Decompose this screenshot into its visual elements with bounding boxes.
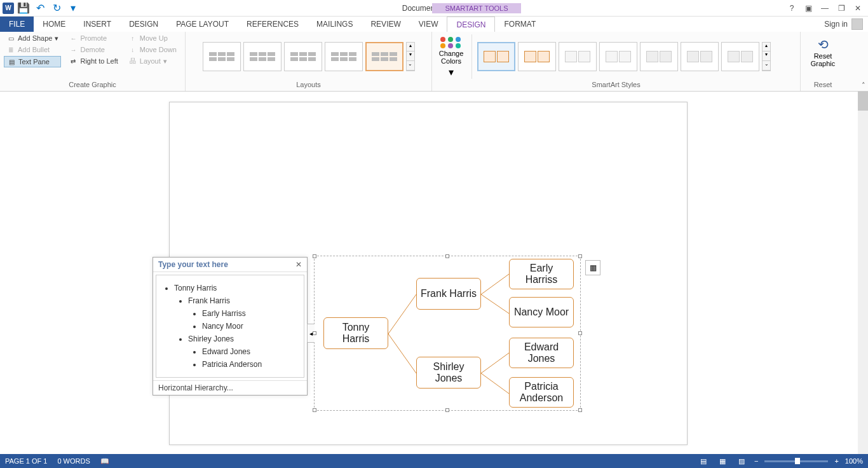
tab-view[interactable]: VIEW [410, 17, 447, 32]
move-up-button[interactable]: ↑Move Up [126, 33, 179, 43]
zoom-level[interactable]: 100% [845, 457, 863, 465]
svg-line-5 [481, 373, 509, 394]
layout-thumb-4[interactable] [325, 42, 363, 71]
svg-line-2 [481, 274, 509, 294]
add-shape-button[interactable]: ▭Add Shape▾ [4, 33, 61, 43]
scrollbar-thumb[interactable] [858, 92, 868, 111]
collapse-ribbon-button[interactable]: ˄ [862, 81, 865, 90]
gallery-more-icon[interactable]: ⌄ [763, 61, 770, 71]
textpane-item[interactable]: Nancy Moor [202, 320, 297, 333]
sa-node-l3a[interactable]: Early Harriss [509, 259, 574, 289]
svg-line-1 [388, 334, 416, 373]
resize-handle[interactable] [578, 331, 582, 335]
textpane-item[interactable]: Early Harriss [202, 307, 297, 320]
textpane-item[interactable]: Edward Jones [202, 345, 297, 358]
layout-thumb-1[interactable] [203, 42, 241, 71]
sa-node-l2a[interactable]: Frank Harris [416, 278, 481, 310]
smartart-canvas[interactable]: ◂ ▦ Tonny Harris Frank Harris Shirley Jo… [314, 256, 581, 411]
style-thumb-2[interactable] [518, 42, 556, 71]
group-reset-label: Reset [804, 79, 841, 91]
gallery-up-icon[interactable]: ▴ [407, 43, 414, 52]
demote-button[interactable]: →Demote [66, 45, 120, 55]
style-thumb-5[interactable] [640, 42, 678, 71]
sign-in[interactable]: Sign in [819, 17, 868, 32]
textpane-item[interactable]: Patricia Anderson [202, 358, 297, 371]
add-bullet-button[interactable]: ≣Add Bullet [4, 45, 61, 55]
minimize-button[interactable]: — [820, 3, 830, 13]
reset-graphic-button[interactable]: ⟲ Reset Graphic [806, 33, 839, 79]
layouts-scroll[interactable]: ▴▾⌄ [406, 42, 415, 71]
status-words[interactable]: 0 WORDS [57, 457, 90, 465]
tab-design[interactable]: DESIGN [120, 17, 167, 32]
zoom-in-button[interactable]: + [834, 457, 838, 465]
tab-mailings[interactable]: MAILINGS [308, 17, 362, 32]
textpane-item[interactable]: Shirley Jones [188, 333, 297, 345]
redo-button[interactable]: ↻ [50, 1, 64, 15]
sa-node-l3b[interactable]: Nancy Moor [509, 297, 574, 327]
promote-button[interactable]: ←Promote [66, 33, 120, 43]
style-thumb-3[interactable] [559, 42, 597, 71]
restore-button[interactable]: ❐ [836, 3, 846, 13]
resize-handle[interactable] [313, 331, 316, 335]
layout-thumb-5-selected[interactable] [365, 42, 403, 71]
layout-options-button[interactable]: ▦ [585, 260, 600, 275]
resize-handle[interactable] [445, 408, 449, 412]
layout-thumb-3[interactable] [284, 42, 322, 71]
text-pane-close-button[interactable]: ✕ [295, 260, 302, 269]
resize-handle[interactable] [578, 254, 582, 258]
save-button[interactable]: 💾 [17, 1, 31, 15]
layout-label: Layout [140, 57, 161, 65]
style-thumb-7[interactable] [721, 42, 759, 71]
sa-node-l3d[interactable]: Patricia Anderson [509, 377, 574, 408]
resize-handle[interactable] [313, 254, 316, 258]
zoom-slider-knob[interactable] [795, 458, 800, 464]
text-pane-body[interactable]: Tonny Harris Frank Harris Early Harriss … [158, 278, 302, 375]
move-down-button[interactable]: ↓Move Down [126, 45, 179, 55]
resize-handle[interactable] [313, 408, 316, 412]
sa-node-root[interactable]: Tonny Harris [323, 317, 388, 349]
tab-smartart-design[interactable]: DESIGN [447, 17, 495, 32]
resize-handle[interactable] [578, 408, 582, 412]
qat-dropdown[interactable]: ▾ [66, 1, 80, 15]
right-to-left-button[interactable]: ⇄Right to Left [66, 56, 120, 66]
style-thumb-4[interactable] [599, 42, 637, 71]
gallery-down-icon[interactable]: ▾ [763, 52, 770, 61]
close-button[interactable]: ✕ [853, 3, 863, 13]
gallery-up-icon[interactable]: ▴ [763, 43, 770, 52]
gallery-down-icon[interactable]: ▾ [407, 52, 414, 61]
style-thumb-1-selected[interactable] [477, 42, 515, 71]
status-page[interactable]: PAGE 1 OF 1 [5, 457, 47, 465]
tab-references[interactable]: REFERENCES [238, 17, 308, 32]
tab-file[interactable]: FILE [0, 17, 34, 32]
tab-home[interactable]: HOME [34, 17, 74, 32]
undo-button[interactable]: ↶ [33, 1, 47, 15]
sa-node-l2b[interactable]: Shirley Jones [416, 357, 481, 389]
group-create-graphic: ▭Add Shape▾ ≣Add Bullet ▤Text Pane ←Prom… [0, 32, 186, 91]
change-colors-button[interactable]: Change Colors▾ [436, 34, 466, 78]
layout-thumb-2[interactable] [243, 42, 281, 71]
demote-icon: → [69, 45, 78, 54]
tab-page-layout[interactable]: PAGE LAYOUT [167, 17, 238, 32]
layout-button[interactable]: 品Layout▾ [126, 56, 179, 66]
vertical-scrollbar[interactable] [858, 92, 868, 454]
layouts-gallery: ▴▾⌄ [203, 42, 415, 71]
view-print-layout[interactable]: ▦ [716, 456, 729, 466]
style-thumb-6[interactable] [681, 42, 719, 71]
ribbon-display-options[interactable]: ▣ [803, 3, 813, 13]
gallery-more-icon[interactable]: ⌄ [407, 61, 414, 71]
tab-review[interactable]: REVIEW [362, 17, 409, 32]
resize-handle[interactable] [445, 254, 449, 258]
help-button[interactable]: ? [787, 3, 797, 13]
sa-node-l3c[interactable]: Edward Jones [509, 338, 574, 368]
view-web-layout[interactable]: ▨ [735, 456, 748, 466]
zoom-out-button[interactable]: − [754, 457, 758, 465]
styles-scroll[interactable]: ▴▾⌄ [762, 42, 771, 71]
zoom-slider[interactable] [764, 460, 828, 462]
text-pane-button[interactable]: ▤Text Pane [4, 56, 61, 67]
textpane-item-root[interactable]: Tonny Harris [174, 282, 297, 294]
textpane-item[interactable]: Frank Harris [188, 294, 297, 307]
tab-smartart-format[interactable]: FORMAT [495, 17, 545, 32]
tab-insert[interactable]: INSERT [74, 17, 120, 32]
spellcheck-icon[interactable]: 📖 [100, 457, 109, 465]
view-read-mode[interactable]: ▤ [697, 456, 710, 466]
